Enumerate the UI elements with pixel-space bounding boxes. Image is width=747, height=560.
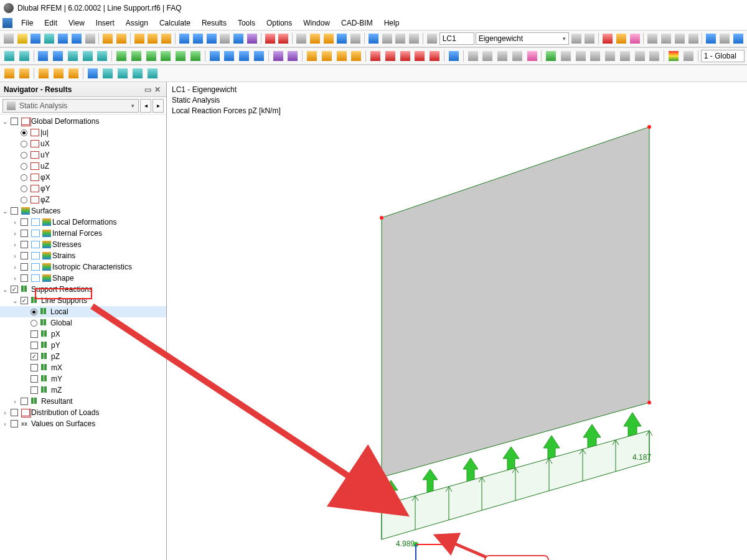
node-edit-icon[interactable] — [17, 49, 31, 63]
tree-pz[interactable]: ✓pZ — [0, 351, 166, 362]
next-lc-button[interactable] — [583, 32, 596, 45]
tree-ux[interactable]: uX — [0, 138, 166, 149]
grid-a-icon[interactable] — [466, 49, 480, 63]
checkbox[interactable] — [31, 375, 38, 383]
filter-icon[interactable] — [447, 49, 461, 63]
zoom-icon[interactable] — [309, 32, 321, 45]
surf-b-icon[interactable] — [222, 49, 236, 63]
line-c-icon[interactable] — [66, 49, 80, 63]
view-3-icon[interactable] — [732, 32, 745, 45]
res-c-icon[interactable] — [574, 49, 588, 63]
solid-b-icon[interactable] — [286, 49, 299, 63]
palette-icon[interactable] — [667, 49, 680, 63]
radio[interactable] — [21, 174, 27, 181]
loadcase-code-combo[interactable]: LC1 — [439, 32, 474, 45]
support-b-icon[interactable] — [320, 49, 334, 63]
checkbox[interactable] — [21, 241, 28, 248]
line-d-icon[interactable] — [81, 49, 95, 63]
radio[interactable] — [21, 141, 27, 147]
sel-b-icon[interactable] — [17, 67, 31, 80]
wizard-3-icon[interactable] — [160, 32, 172, 45]
radio[interactable] — [31, 309, 37, 315]
tree-support-reactions[interactable]: ⌄ ✓ Support Reactions — [0, 284, 166, 295]
checkbox[interactable] — [21, 274, 28, 282]
node-new-icon[interactable] — [2, 49, 16, 63]
checkbox[interactable] — [21, 398, 28, 405]
load-b-icon[interactable] — [383, 49, 397, 63]
expand-icon[interactable]: ⌄ — [1, 208, 9, 215]
grid-d-icon[interactable] — [510, 49, 524, 63]
menu-view[interactable]: View — [63, 17, 90, 29]
snap-2-icon[interactable] — [394, 32, 406, 45]
radio[interactable] — [21, 185, 27, 192]
nav-next-button[interactable]: ▸ — [153, 99, 164, 113]
tree-uz[interactable]: uZ — [0, 161, 166, 172]
marker-pink-icon[interactable] — [629, 32, 641, 45]
tree-surfaces[interactable]: ⌄ Surfaces — [0, 205, 166, 217]
support-c-icon[interactable] — [335, 49, 349, 63]
solid-a-icon[interactable] — [271, 49, 285, 63]
edit-a-icon[interactable] — [37, 67, 50, 80]
copy-d-icon[interactable] — [131, 67, 144, 80]
member-a-icon[interactable] — [115, 49, 128, 63]
tree-mz[interactable]: mZ — [0, 385, 166, 396]
calc-icon[interactable] — [264, 32, 276, 45]
line-a-icon[interactable] — [36, 49, 50, 63]
checkbox[interactable] — [31, 342, 38, 349]
menu-tools[interactable]: Tools — [233, 17, 260, 29]
redo-button[interactable] — [115, 32, 128, 45]
marker-orange-icon[interactable] — [615, 32, 627, 45]
tree-global[interactable]: Global — [0, 317, 166, 329]
tree-values-on-surfaces[interactable]: › xx Values on Surfaces — [0, 418, 166, 429]
prev-lc-button[interactable] — [570, 32, 583, 45]
expand-icon[interactable]: › — [11, 398, 19, 405]
rotate-icon[interactable] — [349, 32, 362, 45]
res-d-icon[interactable] — [589, 49, 603, 63]
menu-options[interactable]: Options — [261, 17, 297, 29]
menu-insert[interactable]: Insert — [91, 17, 120, 29]
expand-icon[interactable]: ⌄ — [11, 297, 19, 304]
block-icon[interactable] — [43, 32, 55, 45]
menu-window[interactable]: Window — [298, 17, 335, 29]
tree-shape[interactable]: ›Shape — [0, 273, 166, 284]
results-tree[interactable]: ⌄ Global Deformations |u| uX uY uZ φX φY… — [0, 114, 166, 560]
surf-a-icon[interactable] — [208, 49, 222, 63]
checkbox[interactable] — [21, 252, 28, 259]
geometry-icon[interactable] — [57, 32, 69, 45]
member-f-icon[interactable] — [189, 49, 202, 63]
nav-prev-button[interactable]: ◂ — [140, 99, 151, 113]
tree-internal-forces[interactable]: ›Internal Forces — [0, 228, 166, 239]
support-a-icon[interactable] — [305, 49, 319, 63]
expand-icon[interactable]: › — [11, 253, 19, 259]
tree-py[interactable]: pY — [0, 340, 166, 351]
edit-b-icon[interactable] — [52, 67, 65, 80]
radio[interactable] — [21, 152, 27, 159]
tree-local[interactable]: Local — [0, 306, 166, 317]
copy-e-icon[interactable] — [146, 67, 159, 80]
tree-resultant[interactable]: ›Resultant — [0, 396, 166, 407]
snap-3-icon[interactable] — [408, 32, 420, 45]
checkbox[interactable] — [11, 420, 18, 427]
edit-c-icon[interactable] — [67, 67, 80, 80]
copy-a-icon[interactable] — [86, 67, 100, 80]
tree-line-supports[interactable]: ⌄ ✓ Line Supports — [0, 295, 166, 306]
checkbox[interactable] — [21, 263, 28, 271]
loadcase-name-combo[interactable]: Eigengewicht▾ — [476, 32, 569, 45]
color-swatch-icon[interactable] — [426, 32, 438, 45]
model-viewport[interactable]: LC1 - Eigengewicht Static Analysis Local… — [167, 82, 747, 560]
res-g-icon[interactable] — [633, 49, 647, 63]
render-4-icon[interactable] — [687, 32, 700, 45]
new-button[interactable] — [2, 32, 15, 45]
expand-icon[interactable]: ⌄ — [1, 118, 9, 125]
radio[interactable] — [21, 129, 27, 136]
expand-icon[interactable]: › — [11, 230, 19, 237]
checkbox[interactable] — [11, 207, 18, 215]
expand-icon[interactable]: › — [11, 264, 19, 271]
tree-px[interactable]: pX — [0, 329, 166, 340]
member-c-icon[interactable] — [144, 49, 158, 63]
load-e-icon[interactable] — [428, 49, 441, 63]
scale-icon[interactable] — [682, 49, 695, 63]
print-button[interactable] — [84, 32, 96, 45]
table-3-icon[interactable] — [205, 32, 218, 45]
undo-button[interactable] — [101, 32, 114, 45]
